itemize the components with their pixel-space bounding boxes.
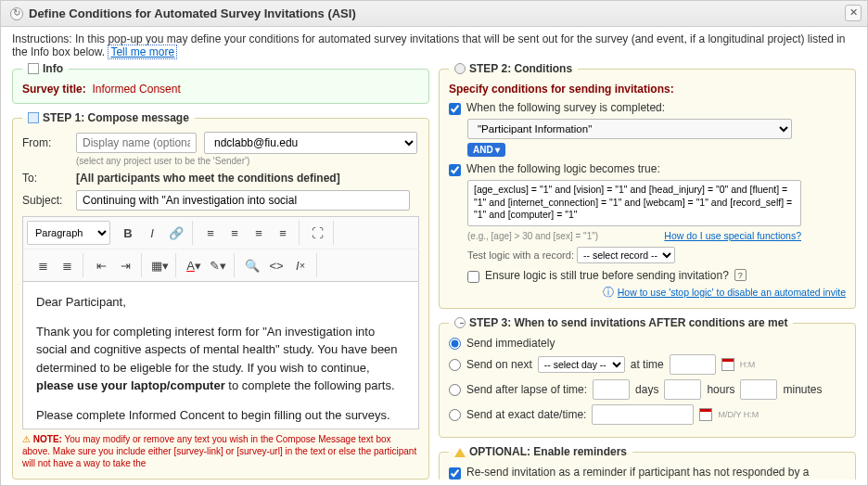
send-immediately-radio[interactable] xyxy=(449,338,461,350)
right-column: STEP 2: Conditions Specify conditions fo… xyxy=(439,62,856,480)
body-p3: Please complete Informed Concent to begi… xyxy=(36,406,405,425)
find-button[interactable]: 🔍 xyxy=(240,253,264,277)
italic-button[interactable]: I xyxy=(140,221,164,245)
subject-input[interactable] xyxy=(76,190,410,211)
optional-legend: OPTIONAL: Enable reminders xyxy=(469,445,627,458)
fullscreen-button[interactable]: ⛶ xyxy=(305,221,329,245)
specify-conditions: Specify conditions for sending invitatio… xyxy=(449,83,846,96)
test-record-select[interactable]: -- select record -- xyxy=(577,247,675,263)
doc-icon xyxy=(28,63,39,74)
refresh-icon xyxy=(10,7,23,20)
clock-icon xyxy=(454,317,466,328)
and-badge[interactable]: AND ▾ xyxy=(467,143,505,157)
to-value: [All participants who meet the condition… xyxy=(76,172,340,185)
subject-label: Subject: xyxy=(22,194,69,207)
mail-icon xyxy=(28,112,39,123)
gear-icon xyxy=(454,63,466,74)
resend-label: Re-send invitation as a reminder if part… xyxy=(466,466,810,480)
titlebar: Define Conditions for Automated Survey I… xyxy=(1,1,867,27)
editor-toolbar-2: ≣ ≣ ⇤ ⇥ ▦▾ A▾ ✎▾ 🔍 xyxy=(22,249,419,281)
outdent-button[interactable]: ⇤ xyxy=(89,253,113,277)
text-color-button[interactable]: A▾ xyxy=(182,253,206,277)
bell-icon xyxy=(454,446,466,457)
send-lapse-label: Send after lapse of time: xyxy=(466,383,587,396)
bold-button[interactable]: B xyxy=(116,221,140,245)
send-on-next-label: Send on next xyxy=(466,358,532,371)
format-select[interactable]: Paragraph xyxy=(27,221,110,245)
survey-title-value: Informed Consent xyxy=(92,83,180,96)
hours-input[interactable] xyxy=(664,379,701,400)
step1-legend: STEP 1: Compose message xyxy=(43,111,189,124)
logic-example: (e.g., [age] > 30 and [sex] = "1") xyxy=(467,231,598,241)
warn-icon: ⚠ xyxy=(22,434,31,444)
indent-button[interactable]: ⇥ xyxy=(113,253,137,277)
test-logic-label: Test logic with a record: xyxy=(467,249,574,261)
step1-box: STEP 1: Compose message From: ndclabb@fi… xyxy=(12,111,429,480)
info-box: Info Survey title: Informed Consent xyxy=(12,62,429,104)
asi-dialog: Define Conditions for Automated Survey I… xyxy=(0,0,868,486)
survey-title-label: Survey title: xyxy=(22,83,86,96)
when-completed-label: When the following survey is completed: xyxy=(466,101,665,114)
next-time-input[interactable] xyxy=(670,354,716,375)
send-lapse-radio[interactable] xyxy=(449,384,461,396)
editor-toolbar: Paragraph B I 🔗 ≡ ≡ ≡ ≡ ⛶ xyxy=(22,216,419,249)
dialog-title: Define Conditions for Automated Survey I… xyxy=(29,6,356,20)
clear-format-button[interactable]: I× xyxy=(288,253,313,277)
compose-note: ⚠ NOTE: You may modify or remove any tex… xyxy=(22,433,419,469)
step3-box: STEP 3: When to send invitations AFTER c… xyxy=(439,316,856,438)
align-justify-button[interactable]: ≡ xyxy=(271,221,295,245)
calendar-icon[interactable] xyxy=(699,408,712,421)
from-label: From: xyxy=(22,136,69,149)
resend-check[interactable] xyxy=(449,467,461,480)
align-left-button[interactable]: ≡ xyxy=(198,221,223,245)
when-logic-label: When the following logic becomes true: xyxy=(466,162,660,175)
logic-textarea[interactable]: [age_exclus] = "1" and [vision] = "1" an… xyxy=(467,180,801,226)
minutes-input[interactable] xyxy=(740,379,777,400)
days-input[interactable] xyxy=(593,379,630,400)
display-name-input[interactable] xyxy=(76,133,197,153)
stop-logic-link[interactable]: How to use 'stop logic' to disable an au… xyxy=(618,287,846,298)
step2-legend: STEP 2: Conditions xyxy=(469,62,572,75)
close-button[interactable]: ✕ xyxy=(845,5,862,21)
number-list-button[interactable]: ≣ xyxy=(55,253,79,277)
send-exact-radio[interactable] xyxy=(449,409,461,421)
help-icon[interactable]: ? xyxy=(734,269,747,281)
send-on-next-radio[interactable] xyxy=(449,359,461,371)
sender-hint: (select any project user to be the 'Send… xyxy=(76,156,249,166)
day-select[interactable]: -- select day -- xyxy=(538,356,625,373)
body-p1: Dear Participant, xyxy=(36,293,405,312)
align-center-button[interactable]: ≡ xyxy=(223,221,247,245)
source-button[interactable]: <> xyxy=(264,253,288,277)
special-functions-link[interactable]: How do I use special functions? xyxy=(664,230,801,241)
table-button[interactable]: ▦▾ xyxy=(147,253,172,277)
exact-datetime-input[interactable] xyxy=(592,404,694,425)
ensure-logic-check[interactable] xyxy=(467,271,479,283)
step2-box: STEP 2: Conditions Specify conditions fo… xyxy=(439,62,856,309)
ensure-label: Ensure logic is still true before sendin… xyxy=(485,269,729,282)
optional-box: OPTIONAL: Enable reminders Re-send invit… xyxy=(439,445,856,480)
link-button[interactable]: 🔗 xyxy=(164,221,188,245)
bullet-list-button[interactable]: ≣ xyxy=(31,253,55,277)
editor-body[interactable]: Dear Participant, Thank you for completi… xyxy=(22,281,419,429)
info-icon: ⓘ xyxy=(603,286,614,299)
instructions: Instructions: In this pop-up you may def… xyxy=(1,27,867,62)
to-label: To: xyxy=(22,172,69,185)
survey-completed-check[interactable] xyxy=(449,103,461,115)
info-legend: Info xyxy=(43,62,63,75)
send-immediately-label: Send immediately xyxy=(466,337,555,350)
sender-email-select[interactable]: ndclabb@fiu.edu xyxy=(204,132,417,154)
align-right-button[interactable]: ≡ xyxy=(247,221,271,245)
clock-picker-icon[interactable] xyxy=(721,358,734,371)
survey-completed-select[interactable]: "Participant Information" xyxy=(467,119,792,139)
left-column: Info Survey title: Informed Consent STEP… xyxy=(12,62,429,480)
send-exact-label: Send at exact date/time: xyxy=(466,408,586,421)
step3-legend: STEP 3: When to send invitations AFTER c… xyxy=(469,316,787,329)
logic-true-check[interactable] xyxy=(449,164,461,176)
highlight-button[interactable]: ✎▾ xyxy=(206,253,230,277)
tell-me-more-link[interactable]: Tell me more xyxy=(108,45,177,59)
